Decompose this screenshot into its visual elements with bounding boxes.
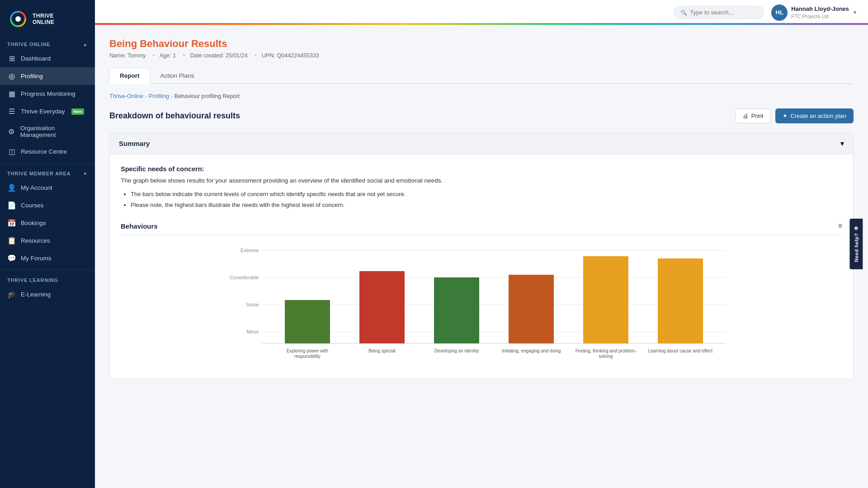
search-icon: 🔍	[680, 9, 687, 16]
user-info[interactable]: HL Hannah Lloyd-Jones FTC Projects Ltd ▼	[771, 5, 857, 21]
sidebar-section-learning[interactable]: THRIVE LEARNING	[0, 273, 95, 286]
sidebar-item-resources[interactable]: 📋 Resources	[0, 232, 95, 249]
avatar: HL	[771, 5, 788, 21]
main-content: 🔍 HL Hannah Lloyd-Jones FTC Projects Ltd…	[95, 0, 868, 488]
dashboard-icon: ⊞	[7, 54, 16, 63]
resources-icon: 📋	[7, 236, 16, 245]
topbar: 🔍 HL Hannah Lloyd-Jones FTC Projects Ltd…	[95, 0, 868, 25]
bar-2	[359, 271, 405, 343]
sidebar-divider-2	[0, 270, 95, 270]
svg-text:Feeling, thinking and problem-: Feeling, thinking and problem-	[576, 348, 637, 353]
courses-icon: 📄	[7, 201, 16, 210]
bar-3	[434, 277, 479, 343]
svg-text:Learning about cause and effec: Learning about cause and effect	[648, 348, 713, 353]
thrive-logo-icon	[7, 8, 29, 30]
bullet-2: Please note, the highest bars illustrate…	[131, 201, 842, 210]
svg-text:Some: Some	[246, 302, 259, 307]
behaviours-header: Behaviours ≡	[121, 217, 842, 235]
bar-6	[658, 258, 703, 343]
section-title: Breakdown of behavioural results	[109, 111, 240, 121]
sidebar-divider-1	[0, 163, 95, 164]
elearning-icon: 🎓	[7, 290, 16, 299]
behaviours-title: Behaviours	[121, 222, 158, 230]
tab-report[interactable]: Report	[109, 68, 150, 84]
svg-text:Developing an identity: Developing an identity	[434, 348, 479, 353]
forums-icon: 💬	[7, 254, 16, 263]
sidebar-item-bookings[interactable]: 📅 Bookings	[0, 214, 95, 232]
summary-title: Summary	[119, 140, 150, 147]
bar-4	[509, 275, 554, 343]
thrive-everyday-icon: ☰	[7, 107, 16, 116]
bookings-icon: 📅	[7, 219, 16, 227]
meta-name: Name: Tommy	[109, 52, 146, 59]
chart-menu-icon[interactable]: ≡	[838, 222, 842, 230]
sidebar-item-dashboard[interactable]: ⊞ Dashboard	[0, 50, 95, 67]
svg-text:Minor: Minor	[246, 329, 259, 334]
summary-card-body: Specific needs of concern: The graph bel…	[110, 155, 853, 209]
svg-text:Considerable: Considerable	[230, 275, 259, 280]
sidebar-item-profiling[interactable]: ◎ Profiling	[0, 67, 95, 85]
print-icon: 🖨	[743, 113, 749, 119]
sidebar-item-my-account[interactable]: 👤 My Account	[0, 179, 95, 197]
breadcrumb-profiling[interactable]: Profiling	[149, 93, 169, 99]
progress-icon: ▦	[7, 89, 16, 98]
meta-age: Age: 1	[160, 52, 176, 59]
bullet-1: The bars below indicate the current leve…	[131, 190, 842, 199]
collapse-icon: ▾	[840, 139, 844, 148]
meta-date: Date created: 25/01/24	[190, 52, 248, 59]
meta-upn: UPN: Q044224455333	[262, 52, 319, 59]
sidebar-item-organisation-management[interactable]: ⚙ Organisation Management	[0, 120, 95, 143]
sidebar-item-courses[interactable]: 📄 Courses	[0, 197, 95, 214]
need-help-label: Need help?	[854, 233, 859, 262]
svg-text:Initiating, engaging and doing: Initiating, engaging and doing	[502, 348, 561, 353]
summary-card-header[interactable]: Summary ▾	[110, 133, 853, 155]
sidebar-section-member[interactable]: THRIVE MEMBER AREA ▼	[0, 166, 95, 179]
sidebar-item-resource-centre[interactable]: ◫ Resource Centre	[0, 143, 95, 160]
sidebar-item-thrive-everyday[interactable]: ☰ Thrive Everyday New	[0, 103, 95, 120]
action-icon: ✦	[783, 113, 788, 119]
new-badge: New	[71, 108, 85, 115]
sidebar-item-e-learning[interactable]: 🎓 E-Learning	[0, 286, 95, 303]
tab-action-plans[interactable]: Action Plans	[150, 68, 205, 84]
need-help-tab[interactable]: Need help? ⊕	[850, 219, 863, 269]
breadcrumb-thrive-online[interactable]: Thrive-Online	[109, 93, 143, 99]
content-area: Being Behaviour Results Name: Tommy • Ag…	[95, 25, 868, 488]
user-details: Hannah Lloyd-Jones FTC Projects Ltd	[791, 5, 849, 19]
svg-point-1	[15, 16, 21, 22]
sidebar-section-thrive-online[interactable]: THRIVE ONLINE ▲	[0, 37, 95, 50]
create-action-plan-button[interactable]: ✦ Create an action plan	[775, 108, 854, 123]
breadcrumb: Thrive-Online › Profiling › Behaviour pr…	[109, 93, 854, 99]
chevron-down-icon: ▼	[83, 171, 88, 176]
sidebar: thrive online THRIVE ONLINE ▲ ⊞ Dashboar…	[0, 0, 95, 488]
bar-1	[285, 300, 330, 343]
chart-container: Extreme Considerable Some Minor E	[121, 239, 842, 368]
logo-text: thrive online	[33, 13, 54, 26]
sidebar-logo: thrive online	[0, 0, 95, 37]
summary-card: Summary ▾ Specific needs of concern: The…	[109, 132, 854, 379]
sidebar-item-progress-monitoring[interactable]: ▦ Progress Monitoring	[0, 85, 95, 103]
account-icon: 👤	[7, 183, 16, 192]
search-box[interactable]: 🔍	[674, 6, 764, 19]
org-icon: ⚙	[7, 127, 16, 136]
behaviours-section: Behaviours ≡ Extreme Considerable Some M…	[110, 217, 853, 379]
user-chevron-icon: ▼	[853, 10, 857, 15]
user-org: FTC Projects Ltd	[791, 13, 849, 19]
action-buttons: 🖨 Print ✦ Create an action plan	[735, 108, 854, 123]
svg-text:Being special: Being special	[368, 348, 395, 353]
page-title: Being Behaviour Results	[109, 38, 854, 50]
specific-needs-title: Specific needs of concern:	[121, 165, 842, 173]
page-meta: Name: Tommy • Age: 1 • Date created: 25/…	[109, 52, 854, 59]
need-help-icon: ⊕	[854, 226, 859, 230]
specific-needs-desc: The graph below shows results for your a…	[121, 176, 842, 185]
svg-text:responsibility: responsibility	[294, 354, 321, 359]
tabs: Report Action Plans	[109, 68, 854, 84]
svg-text:solving: solving	[599, 354, 613, 359]
sidebar-item-my-forums[interactable]: 💬 My Forums	[0, 249, 95, 267]
print-button[interactable]: 🖨 Print	[735, 108, 771, 123]
svg-text:Exploring power with: Exploring power with	[287, 348, 328, 353]
bar-5	[583, 256, 628, 343]
search-input[interactable]	[690, 9, 757, 16]
chevron-up-icon: ▲	[83, 42, 88, 47]
resource-icon: ◫	[7, 147, 16, 156]
profiling-icon: ◎	[7, 72, 16, 80]
